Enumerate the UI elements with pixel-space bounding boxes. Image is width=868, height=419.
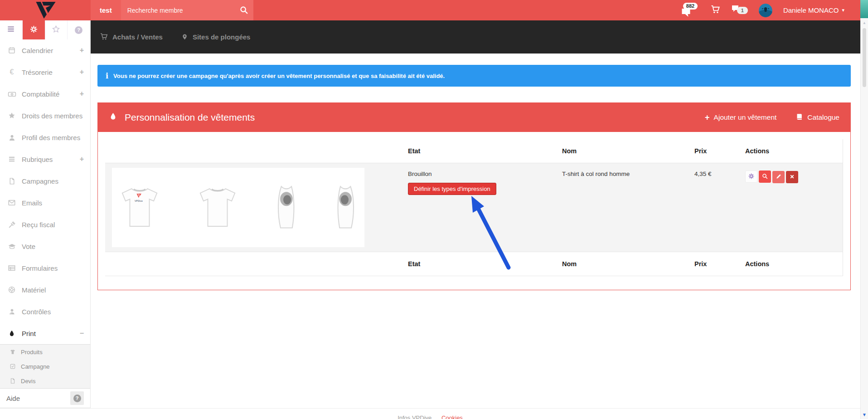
submenu-item-campagne[interactable]: Campagne [0,359,90,374]
gavel-icon [6,221,17,229]
aide-label: Aide [6,395,20,402]
table-icon [6,264,17,272]
etat-value: Brouillon [408,171,555,177]
sidebar-item-print[interactable]: Print − [0,322,90,344]
edit-action-button[interactable] [772,171,785,183]
user-menu[interactable]: Daniele MONACO ▾ [783,6,844,14]
user-icon [6,134,17,141]
product-images-cell: VPDive [105,163,404,252]
expand-plus-icon[interactable]: + [80,68,84,76]
submenu-item-devis[interactable]: Devis [0,374,90,388]
sidebar-item-label: Vote [22,243,35,250]
user-name: Daniele MONACO [783,6,839,14]
tint-icon [6,330,17,337]
footer-info-text: Infos VPDive [398,414,432,419]
collapse-minus-icon[interactable]: − [80,329,84,337]
submenu-item-label: Produits [21,349,43,356]
scrollbar-track[interactable]: ▲ ▼ [860,18,868,419]
tshirt-icon [8,349,17,355]
messages-badge: 1 [737,7,748,14]
info-banner: i Vous ne pourrez créer une campagne qu'… [97,65,851,87]
sidebar-item-tresorerie[interactable]: € Trésorerie + [0,61,90,83]
tshirt-front-image: VPDive [116,171,163,244]
delete-action-button[interactable] [786,171,798,183]
sidebar-item-label: Reçu fiscal [22,221,55,229]
expand-plus-icon[interactable]: + [80,46,84,54]
book-icon [795,113,803,122]
aide-help-button[interactable]: ? [70,391,84,405]
user-check-icon [6,308,17,316]
settings-action-button[interactable] [745,171,757,183]
page-scrollbar[interactable]: ▲ ▼ [860,0,868,419]
sidebar-item-calendrier[interactable]: Calendrier + [0,39,90,61]
table-footer-row: Etat Nom Prix Actions [105,252,843,276]
col-etat: Etat [404,252,558,276]
sidebar-item-rubriques[interactable]: Rubriques + [0,148,90,170]
file-icon [6,177,17,185]
submenu-item-label: Campagne [21,363,50,370]
euro-icon: € [6,68,17,76]
product-image: VPDive [112,168,364,247]
star-outline-icon [52,25,60,35]
nav-sites-plongees[interactable]: Sites de plongées [181,33,251,42]
view-action-button[interactable] [759,171,771,183]
sidebar-icon-tabs: ? [0,20,90,39]
app-logo[interactable] [0,0,91,20]
scroll-down-arrow-icon[interactable]: ▼ [862,412,867,417]
file-icon [8,378,17,384]
add-vetement-button[interactable]: + Ajouter un vêtement [705,113,776,122]
vetements-table: Etat Nom Prix Actions VPDive [105,139,843,276]
sidebar-item-vote[interactable]: Vote [0,235,90,257]
scroll-up-arrow-icon[interactable]: ▲ [863,21,866,25]
banknote-icon [6,90,17,98]
etat-cell: Brouillon Définir les types d'impression [404,163,558,252]
sidebar: ? Calendrier + € Trésorerie + Comptabili… [0,20,91,408]
tab-settings[interactable] [23,20,45,39]
sidebar-item-label: Profil des membres [22,134,80,141]
sidebar-item-emails[interactable]: Emails [0,192,90,214]
sidebar-item-formulaires[interactable]: Formulaires [0,257,90,279]
nav-achats-ventes[interactable]: Achats / Ventes [100,32,163,42]
panel-header: Personnalisation de vêtements + Ajouter … [98,103,850,132]
magnifier-icon [761,173,768,181]
footer-cookies-link[interactable]: Cookies [441,414,463,419]
main-content: Achats / Ventes Sites de plongées i Vous… [91,20,860,419]
scrollbar-top-cap [860,0,868,18]
submenu-item-produits[interactable]: Produits [0,345,90,359]
definir-types-impression-button[interactable]: Définir les types d'impression [408,183,496,195]
catalogue-button[interactable]: Catalogue [795,113,839,122]
prix-cell: 4,35 € [691,163,742,252]
sidebar-item-label: Droits des membres [22,112,82,120]
graduation-cap-icon [6,242,17,251]
catalogue-label: Catalogue [807,113,839,122]
chevron-down-icon: ▾ [842,7,844,13]
club-label[interactable]: test [91,0,121,20]
sidebar-item-profil-membres[interactable]: Profil des membres [0,127,90,148]
tab-menu[interactable] [0,20,23,39]
hamburger-icon [6,24,15,35]
sidebar-item-controles[interactable]: Contrôles [0,301,90,322]
add-vetement-label: Ajouter un vêtement [714,113,777,122]
user-avatar[interactable] [759,4,772,17]
col-image [105,139,404,163]
sidebar-item-droits-membres[interactable]: Droits des membres [0,105,90,127]
sidebar-item-comptabilite[interactable]: Comptabilité + [0,83,90,105]
check-square-icon [8,363,17,370]
expand-plus-icon[interactable]: + [80,90,84,98]
notifications-button[interactable]: 882 [679,2,699,19]
search-icon[interactable] [239,5,249,17]
nav-item-label: Sites de plongées [193,33,251,41]
sidebar-item-label: Contrôles [22,308,51,316]
page-footer: Infos VPDive Cookies [0,408,860,419]
sidebar-item-materiel[interactable]: Matériel [0,279,90,301]
sidebar-item-recu-fiscal[interactable]: Reçu fiscal [0,214,90,235]
topbar: test 882 1 D [0,0,868,20]
sidebar-item-campagnes[interactable]: Campagnes [0,170,90,192]
cart-icon[interactable] [710,4,721,16]
list-icon [6,155,17,163]
expand-plus-icon[interactable]: + [80,155,84,163]
scrollbar-thumb[interactable] [863,28,866,87]
search-input[interactable] [121,7,253,14]
tab-favorites[interactable] [45,20,68,39]
tab-help[interactable]: ? [68,20,90,39]
